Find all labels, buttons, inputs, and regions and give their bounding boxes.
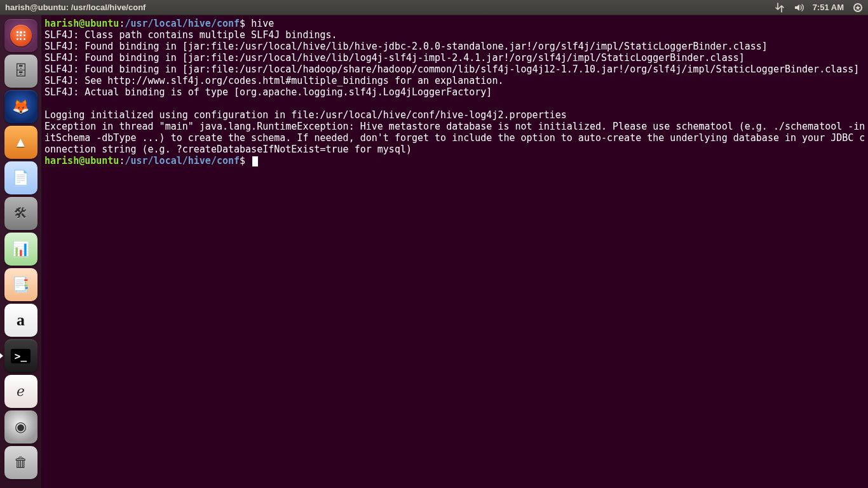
- document-viewer-glyph-icon: ℯ: [17, 383, 25, 400]
- network-indicator-icon[interactable]: [775, 3, 785, 13]
- amazon-glyph-icon: a: [17, 311, 25, 330]
- window-title: harish@ubuntu: /usr/local/hive/conf: [5, 3, 775, 12]
- files-icon[interactable]: 🗄: [4, 55, 37, 88]
- terminal-icon[interactable]: >_: [4, 339, 37, 372]
- document-viewer-icon[interactable]: ℯ: [4, 375, 37, 408]
- vlc-icon[interactable]: ▲: [4, 126, 37, 159]
- terminal-cursor: [252, 156, 258, 166]
- indicator-area: 7:51 AM: [775, 3, 863, 13]
- unity-launcher: 🗄🦊▲📄🛠📊📑a>_ℯ◉🗑: [0, 15, 42, 488]
- libreoffice-writer-icon[interactable]: 📄: [4, 161, 37, 194]
- clock-indicator[interactable]: 7:51 AM: [813, 3, 844, 12]
- system-settings-icon[interactable]: 🛠: [4, 197, 37, 230]
- terminal-glyph-icon: >_: [11, 349, 31, 363]
- files-glyph-icon: 🗄: [14, 63, 28, 79]
- dash-home-icon[interactable]: [4, 19, 37, 52]
- amazon-icon[interactable]: a: [4, 304, 37, 337]
- disc-burner-icon[interactable]: ◉: [4, 410, 37, 444]
- system-settings-glyph-icon: 🛠: [14, 205, 28, 222]
- libreoffice-impress-glyph-icon: 📑: [12, 276, 29, 293]
- firefox-icon[interactable]: 🦊: [4, 90, 37, 123]
- terminal-output[interactable]: harish@ubuntu:/usr/local/hive/conf$ hive…: [42, 15, 868, 169]
- session-indicator-icon[interactable]: [853, 3, 863, 13]
- disc-burner-glyph-icon: ◉: [15, 419, 27, 435]
- terminal-window[interactable]: harish@ubuntu:/usr/local/hive/conf$ hive…: [42, 15, 868, 488]
- sound-indicator-icon[interactable]: [794, 3, 804, 13]
- libreoffice-writer-glyph-icon: 📄: [12, 170, 29, 186]
- top-menubar: harish@ubuntu: /usr/local/hive/conf 7:51…: [0, 0, 868, 15]
- trash-icon[interactable]: 🗑: [4, 446, 37, 479]
- firefox-glyph-icon: 🦊: [12, 98, 29, 115]
- libreoffice-calc-icon[interactable]: 📊: [4, 233, 37, 266]
- libreoffice-impress-icon[interactable]: 📑: [4, 268, 37, 301]
- vlc-glyph-icon: ▲: [14, 134, 28, 151]
- libreoffice-calc-glyph-icon: 📊: [12, 241, 29, 257]
- trash-glyph-icon: 🗑: [14, 454, 28, 471]
